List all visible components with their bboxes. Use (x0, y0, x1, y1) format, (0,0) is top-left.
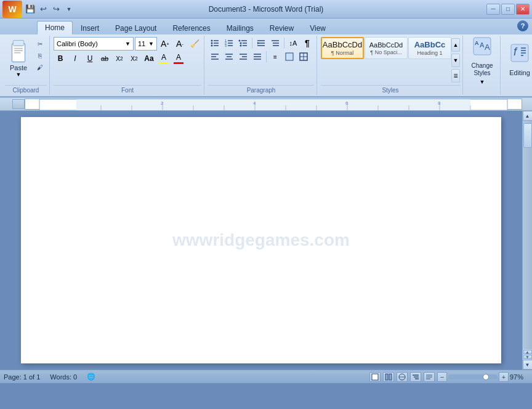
underline-button[interactable]: U (83, 52, 97, 65)
scroll-thumb[interactable] (523, 123, 532, 148)
zoom-out-button[interactable]: − (437, 372, 447, 382)
help-button[interactable]: ? (517, 20, 528, 31)
change-case-button[interactable]: Aa (142, 52, 156, 65)
paragraph-group-content: 1.2.3. ↕A ¶ (208, 37, 314, 84)
align-left-button[interactable] (208, 51, 222, 63)
tab-view[interactable]: View (302, 21, 334, 34)
style-heading1-button[interactable]: AaBbCc Heading 1 (408, 37, 451, 59)
svg-rect-77 (385, 374, 388, 380)
sort-button[interactable]: ↕A (286, 37, 300, 49)
font-name-dropdown[interactable]: Calibri (Body) ▼ (54, 37, 134, 51)
para-row1: 1.2.3. ↕A ¶ (208, 37, 314, 49)
tab-references[interactable]: References (164, 21, 218, 34)
subscript-button[interactable]: X2 (113, 52, 126, 65)
redo-button[interactable]: ↪ (50, 4, 62, 15)
undo-button[interactable]: ↩ (38, 4, 49, 15)
paste-button[interactable]: Paste ▼ (5, 37, 32, 79)
scroll-up-button[interactable]: ▲ (523, 111, 533, 121)
multilevel-list-button[interactable] (236, 37, 250, 49)
editing-content: f Editing (504, 37, 532, 84)
office-logo[interactable]: W (2, 1, 22, 18)
full-screen-button[interactable] (383, 372, 394, 382)
decrease-indent-button[interactable] (254, 37, 268, 49)
svg-text:6: 6 (345, 100, 349, 106)
minimize-button[interactable]: ─ (486, 4, 500, 15)
save-button[interactable]: 💾 (25, 4, 36, 15)
svg-text:8: 8 (438, 100, 441, 106)
cut-button[interactable]: ✂ (33, 38, 47, 49)
font-name-arrow: ▼ (125, 41, 131, 47)
styles-gallery: AaBbCcDd ¶ Normal AaBbCcDd ¶ No Spaci...… (321, 37, 451, 84)
style-normal-button[interactable]: AaBbCcDd ¶ Normal (321, 37, 364, 59)
zoom-slider: − + 97% (437, 372, 528, 382)
zoom-handle[interactable] (483, 374, 489, 380)
svg-rect-3 (14, 48, 23, 49)
styles-scroll-down-button[interactable]: ▼ (451, 54, 460, 67)
close-button[interactable]: ✕ (516, 4, 530, 15)
svg-text:A: A (475, 40, 479, 46)
svg-rect-4 (14, 50, 23, 51)
tab-insert[interactable]: Insert (73, 21, 107, 34)
copy-button[interactable]: ⎘ (33, 50, 47, 61)
align-right-button[interactable] (236, 51, 250, 63)
tab-home[interactable]: Home (37, 21, 73, 34)
font-color-button[interactable]: A (172, 52, 185, 65)
scroll-track[interactable] (523, 121, 533, 349)
restore-button[interactable]: □ (501, 4, 515, 15)
styles-scroll-up-button[interactable]: ▲ (451, 38, 460, 52)
clipboard-small-buttons: ✂ ⎘ 🖌 (33, 38, 47, 73)
language-icon[interactable]: 🌐 (87, 373, 95, 381)
horizontal-ruler: 2 4 6 8 (25, 99, 522, 110)
document-page[interactable]: wwwridgegames.com (21, 117, 501, 363)
strikethrough-button[interactable]: ab (98, 52, 111, 65)
zoom-level[interactable]: 97% (510, 373, 528, 381)
outline-button[interactable] (410, 372, 421, 382)
print-layout-button[interactable] (369, 372, 381, 382)
paragraph-group: 1.2.3. ↕A ¶ (206, 36, 317, 95)
clear-formatting-button[interactable]: 🧹 (188, 37, 201, 51)
text-highlight-button[interactable]: A (157, 52, 171, 65)
styles-group: AaBbCcDd ¶ Normal AaBbCcDd ¶ No Spaci...… (318, 36, 463, 95)
svg-point-22 (240, 45, 242, 47)
zoom-track[interactable] (448, 375, 498, 379)
font-group-content: Calibri (Body) ▼ 11 ▼ A+ A- 🧹 B I U ab (54, 37, 201, 84)
svg-text:4: 4 (253, 100, 256, 106)
tab-mailings[interactable]: Mailings (219, 21, 262, 34)
superscript-button[interactable]: X2 (127, 52, 141, 65)
tab-page-layout[interactable]: Page Layout (107, 21, 164, 34)
show-hide-button[interactable]: ¶ (300, 37, 314, 49)
scroll-page-down-button[interactable]: ▼ (523, 355, 532, 359)
justify-button[interactable] (251, 51, 264, 63)
increase-indent-button[interactable] (268, 37, 282, 49)
zoom-in-button[interactable]: + (499, 372, 509, 382)
change-styles-button[interactable]: A A A ChangeStyles ▼ (467, 37, 498, 84)
font-size-dropdown[interactable]: 11 ▼ (135, 37, 157, 51)
customize-quick-access-button[interactable]: ▼ (63, 4, 75, 15)
style-nospacing-button[interactable]: AaBbCcDd ¶ No Spaci... (365, 37, 408, 59)
editing-button[interactable]: f Editing (504, 37, 532, 84)
italic-button[interactable]: I (68, 52, 82, 65)
heading1-preview: AaBbCc (414, 40, 446, 49)
status-right: − + 97% (369, 372, 528, 382)
bold-button[interactable]: B (54, 52, 67, 65)
web-layout-button[interactable] (397, 372, 408, 382)
numbering-button[interactable]: 1.2.3. (222, 37, 236, 49)
styles-more-button[interactable]: ≡ (451, 69, 460, 83)
line-spacing-button[interactable]: ≡ (268, 51, 282, 63)
scroll-page-up-button[interactable]: ▲ (523, 350, 532, 354)
borders-button[interactable] (297, 51, 310, 63)
decrease-font-button[interactable]: A- (173, 37, 187, 51)
main-area: wwwridgegames.com ▲ ▲ ▼ ▼ (0, 111, 532, 370)
paste-icon (7, 38, 30, 64)
paste-arrow: ▼ (16, 71, 22, 78)
increase-font-button[interactable]: A+ (158, 37, 172, 51)
draft-button[interactable] (424, 372, 435, 382)
bullets-button[interactable] (208, 37, 222, 49)
para-separator-1 (252, 38, 252, 49)
tab-review[interactable]: Review (262, 21, 302, 34)
clipboard-group-content: Paste ▼ ✂ ⎘ 🖌 (5, 37, 47, 84)
align-center-button[interactable] (222, 51, 236, 63)
shading-button[interactable] (283, 51, 296, 63)
format-painter-button[interactable]: 🖌 (33, 62, 47, 73)
scroll-down-button[interactable]: ▼ (523, 360, 533, 370)
